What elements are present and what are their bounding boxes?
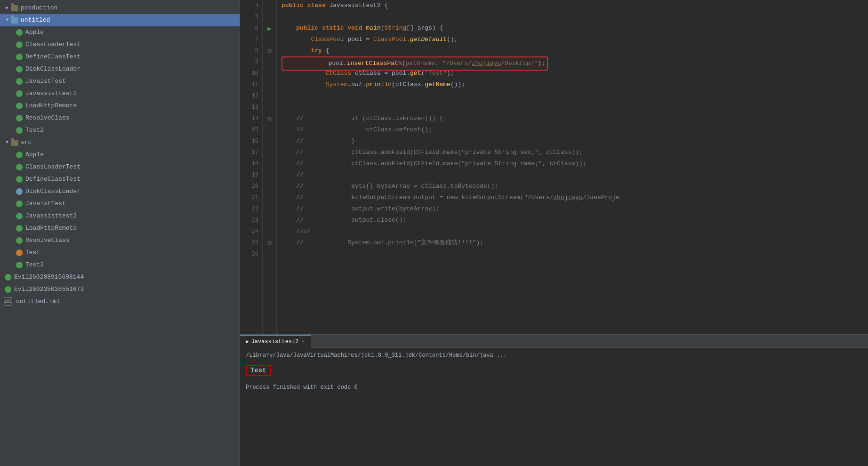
gutter-8: ⊙ — [263, 45, 276, 56]
gutter-10 — [263, 68, 276, 79]
sidebar-item-src[interactable]: src — [0, 137, 240, 149]
gutter-13 — [263, 102, 276, 113]
code-editor[interactable]: public class Javassisttest2 { public sta… — [277, 0, 868, 334]
sidebar-item-javassisttest2-u[interactable]: Javassisttest2 — [0, 88, 240, 100]
sidebar-label: DiskClassLoader — [25, 186, 80, 197]
tab-label: Javassisttest2 — [251, 335, 299, 348]
tab-javassisttest2[interactable]: ▶ Javassisttest2 ✕ — [240, 335, 311, 348]
class-icon — [15, 77, 24, 86]
line-num-14: 14 — [244, 113, 258, 124]
sidebar-item-defineclasstest-u[interactable]: DefineClassTest — [0, 51, 240, 63]
sidebar-label: Evil260235038551673 — [14, 284, 84, 295]
sidebar-label: DefineClassTest — [25, 52, 80, 62]
sidebar: production untitled Apple ClassLoaderTes… — [0, 0, 240, 466]
sidebar-label: production — [21, 3, 57, 13]
main-area: production untitled Apple ClassLoaderTes… — [0, 0, 868, 466]
class-icon — [15, 40, 24, 49]
gutter-26 — [263, 249, 276, 260]
gutter-4 — [263, 0, 276, 11]
sidebar-item-test2-s[interactable]: Test2 — [0, 259, 240, 271]
code-line-15: // ctClass.defrost(); — [281, 124, 868, 136]
class-icon — [15, 28, 24, 37]
gutter-25: ⊙ — [263, 237, 276, 249]
sidebar-label: LoadHttpRemote — [25, 223, 77, 233]
iml-icon: iml — [4, 297, 12, 306]
class-icon — [15, 65, 24, 73]
gutter-14: ⊙ — [263, 113, 276, 124]
sidebar-item-classloadertest-s[interactable]: ClassLoaderTest — [0, 161, 240, 173]
line-num-8: 8 — [244, 45, 258, 56]
bottom-tabs: ▶ Javassisttest2 ✕ — [240, 335, 868, 348]
terminal-exit-line: Process finished with exit code 0 — [240, 382, 868, 393]
sidebar-label: LoadHttpRemote — [25, 101, 77, 111]
sidebar-item-apple-untitled[interactable]: Apple — [0, 26, 240, 39]
class-icon — [15, 163, 24, 171]
sidebar-item-evil1[interactable]: Evil260208915698144 — [0, 271, 240, 283]
sidebar-item-javassisttest2-s[interactable]: Javassisttest2 — [0, 210, 240, 222]
sidebar-label: ClassLoaderTest — [25, 162, 80, 172]
line-num-16: 16 — [244, 136, 258, 147]
terminal-test-output: Test — [240, 365, 868, 376]
sidebar-item-defineclasstest-s[interactable]: DefineClassTest — [0, 173, 240, 185]
code-line-4: public class Javassisttest2 { — [281, 0, 868, 11]
class-icon — [15, 114, 24, 122]
code-line-14: // if (ctClass.isFrozen()) { — [281, 113, 868, 124]
sidebar-item-untitled[interactable]: untitled — [0, 14, 240, 26]
sidebar-label: Apple — [25, 150, 44, 160]
line-num-22: 22 — [244, 203, 258, 215]
sidebar-label: src — [21, 137, 32, 148]
folder-icon — [10, 138, 19, 147]
tab-icon: ▶ — [246, 335, 249, 348]
sidebar-item-diskclassloader-u[interactable]: DiskClassLoader — [0, 63, 240, 75]
line-numbers: 4 5 6 7 8 9 10 11 12 13 14 15 16 17 18 1… — [240, 0, 263, 334]
tab-close-button[interactable]: ✕ — [301, 335, 305, 348]
arrow-icon — [4, 137, 10, 148]
bottom-panel: ▶ Javassisttest2 ✕ /Library/Java/JavaVir… — [240, 334, 868, 466]
line-num-13: 13 — [244, 102, 258, 113]
sidebar-item-test-s[interactable]: Test — [0, 247, 240, 259]
sidebar-item-loadhttpremote-s[interactable]: LoadHttpRemote — [0, 222, 240, 234]
sidebar-item-javaisttest-s[interactable]: JavaistTest — [0, 198, 240, 210]
sidebar-item-apple-src[interactable]: Apple — [0, 149, 240, 161]
code-line-23: // output.close(); — [281, 215, 868, 226]
arrow-icon — [4, 3, 10, 13]
sidebar-label: Javassisttest2 — [25, 88, 77, 99]
gutter: ▶ ⊙ ⊙ ⊙ — [263, 0, 277, 334]
sidebar-item-javaistest-u[interactable]: JavaistTest — [0, 75, 240, 88]
gutter-16 — [263, 136, 276, 147]
sidebar-item-classloadertest-u[interactable]: ClassLoaderTest — [0, 39, 240, 51]
sidebar-label: Evil260208915698144 — [14, 272, 84, 282]
sidebar-item-evil2[interactable]: Evil260235038551673 — [0, 283, 240, 296]
code-line-7: ClassPool pool = ClassPool.getDefault(); — [281, 34, 868, 45]
sidebar-label: Test2 — [25, 260, 44, 270]
line-num-12: 12 — [244, 90, 258, 102]
sidebar-item-loadhttpremote-u[interactable]: LoadHttpRemote — [0, 100, 240, 112]
line-num-18: 18 — [244, 158, 258, 169]
line-num-15: 15 — [244, 124, 258, 136]
gutter-7 — [263, 34, 276, 45]
sidebar-item-diskclassloader-s[interactable]: DiskClassLoader — [0, 185, 240, 198]
sidebar-item-test2-u[interactable]: Test2 — [0, 124, 240, 137]
sidebar-label: JavaistTest — [25, 76, 66, 87]
line-num-5: 5 — [244, 11, 258, 23]
code-line-20: // byte[] byteArray = ctClass.toBytecode… — [281, 181, 868, 192]
sidebar-item-production[interactable]: production — [0, 2, 240, 14]
class-icon — [15, 236, 24, 245]
gutter-5 — [263, 11, 276, 23]
sidebar-label: ResolveClass — [25, 113, 70, 123]
line-num-20: 20 — [244, 181, 258, 192]
sidebar-item-resolveclass-s[interactable]: ResolveClass — [0, 234, 240, 247]
sidebar-label: DefineClassTest — [25, 174, 80, 185]
sidebar-item-resolveclass-u[interactable]: ResolveClass — [0, 112, 240, 124]
terminal-java-cmd: /Library/Java/JavaVirtualMachines/jdk1.8… — [240, 350, 868, 361]
sidebar-label: DiskClassLoader — [25, 64, 80, 74]
class-icon — [15, 212, 24, 220]
line-num-19: 19 — [244, 169, 258, 181]
sidebar-item-untitled-iml[interactable]: iml untitled.iml — [0, 296, 240, 308]
editor-area: 4 5 6 7 8 9 10 11 12 13 14 15 16 17 18 1… — [240, 0, 868, 466]
code-line-9: pool.insertClassPath(pathname: "/Users/z… — [281, 56, 868, 68]
class-icon — [15, 249, 24, 257]
sidebar-label: ResolveClass — [25, 235, 70, 246]
class-icon — [15, 151, 24, 159]
code-line-13 — [281, 102, 868, 113]
